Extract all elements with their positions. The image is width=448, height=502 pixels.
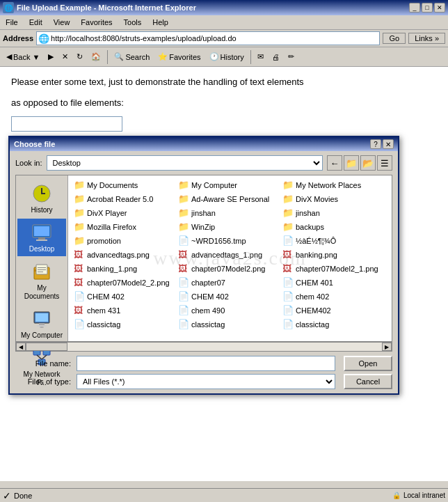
doc-file-icon: 📄 [282,277,294,288]
file-item[interactable]: 📄 chem 490 [175,304,280,317]
sidebar-item-desktop[interactable]: Desktop [17,219,66,256]
file-item-name: classictag [191,320,277,329]
file-item[interactable]: 🖼 chem 431 [71,304,175,317]
file-item[interactable]: 📁 Mozilla Firefox [71,220,175,234]
img-file-icon: 🖼 [74,305,85,316]
status-icon: ✓ [3,490,11,501]
file-item[interactable]: 🖼 advancedtags.png [71,248,175,262]
doc-file-icon: 📄 [178,319,189,330]
sidebar-desktop-label: Desktop [29,245,55,253]
choose-file-dialog: Choose file ? ✕ Look in: Desktop ← 📁 📂 ☰ [8,136,399,395]
svg-rect-2 [41,193,45,194]
folder-icon: 📁 [74,180,85,191]
sidebar-my-computer-label: My Computer [21,331,63,340]
look-in-label: Look in: [15,159,42,167]
sidebar-item-my-computer[interactable]: My Computer [17,305,66,343]
file-item-name: classictag [87,320,173,329]
scrollbar-thumb[interactable] [26,343,67,351]
file-item-name: chapter07Model2_2.png [87,279,173,287]
file-item[interactable]: 📁 My Network Places [280,178,384,192]
look-in-select[interactable]: Desktop [47,155,323,171]
img-file-icon: 🖼 [178,263,189,274]
sidebar-item-history[interactable]: History [17,180,66,217]
filename-input[interactable] [77,356,335,371]
doc-file-icon: 📄 [178,305,189,316]
nav-up-button[interactable]: 📁 [344,155,359,171]
nav-back-button[interactable]: ← [327,155,342,171]
dialog-body: History Desktop [15,175,392,342]
file-item[interactable]: 📄 classictag [175,317,280,331]
open-button[interactable]: Open [344,356,392,371]
file-item-name: promotion [87,237,173,245]
file-item[interactable]: 🖼 chapter07Model2_2.png [71,276,175,290]
file-item-name: chapter07Model2.png [191,265,277,273]
folder-icon: 📁 [74,194,85,205]
dialog-help-button[interactable]: ? [370,139,381,149]
svg-rect-4 [34,226,49,236]
dialog-title-bar: Choose file ? ✕ [10,137,398,151]
file-item[interactable]: 📁 WinZip [175,220,280,234]
sidebar-item-my-documents[interactable]: My Documents [17,258,66,304]
file-item[interactable]: 📁 My Computer [175,178,280,192]
file-item[interactable]: 📄 CHEM 401 [280,276,384,290]
file-item[interactable]: 📁 backups [280,220,384,234]
file-item-name: My Documents [87,181,173,189]
folder-icon: 📁 [178,180,189,191]
file-item-name: DivX Movies [296,195,381,203]
file-item[interactable]: 📄 classictag [71,317,175,331]
file-item[interactable]: 📄 CHEM402 [280,304,384,317]
file-item[interactable]: 📁 Ad-Aware SE Personal [175,192,280,206]
folder-icon: 📁 [282,194,294,205]
file-item[interactable]: 📁 Acrobat Reader 5.0 [71,192,175,206]
file-item[interactable]: 🖼 advancedtags_1.png [175,248,280,262]
folder-icon: 📁 [74,207,85,219]
doc-file-icon: 📄 [74,319,85,330]
svg-rect-15 [39,323,45,325]
filename-row: File name: Open [15,356,392,371]
file-item[interactable]: 📄 CHEM 402 [71,290,175,304]
svg-point-17 [40,327,44,328]
file-item[interactable]: 🖼 banking.png [280,248,384,262]
status-text: Done [14,492,32,500]
file-item-name: advancedtags_1.png [191,251,277,259]
file-item[interactable]: 📁 DivX Movies [280,192,384,206]
my-documents-icon [31,260,53,283]
folder-icon: 📁 [178,221,189,233]
file-item[interactable]: 🖼 banking_1.png [71,262,175,276]
file-item-name: Ad-Aware SE Personal [191,195,277,203]
filetype-select[interactable]: All Files (*.*) [77,374,335,389]
dialog-close-button[interactable]: ✕ [383,139,394,149]
doc-file-icon: 📄 [178,291,189,302]
cancel-button[interactable]: Cancel [344,374,392,389]
file-item[interactable]: 📁 jinshan [175,206,280,220]
file-item-name: banking_1.png [87,265,173,273]
file-item-name: WinZip [191,223,277,231]
scroll-right-button[interactable]: ▶ [382,343,392,351]
file-item[interactable]: 📄 chapter07 [175,276,280,290]
file-item[interactable]: 📁 My Documents [71,178,175,192]
file-item[interactable]: 📄 CHEM 402 [175,290,280,304]
svg-rect-16 [37,325,47,327]
file-item[interactable]: 📁 DivX Player [71,206,175,220]
file-item[interactable]: 📄 ~WRD1656.tmp [175,234,280,248]
file-item-name: chapter07 [191,279,277,287]
folder-icon: 📁 [74,235,85,246]
svg-rect-10 [38,267,46,268]
file-list-scrollbar[interactable]: ◀ ▶ [15,342,392,352]
file-item[interactable]: 🖼 chapter07Model2.png [175,262,280,276]
file-item[interactable]: 📁 jinshan [280,206,384,220]
file-item-name: ½àÉ½¶¦¾Ô [296,237,381,245]
file-item[interactable]: 📄 chem 402 [280,290,384,304]
nav-new-folder-button[interactable]: 📂 [360,155,376,171]
sidebar-history-label: History [31,206,52,214]
file-item[interactable]: 📄 ½àÉ½¶¦¾Ô [280,234,384,248]
doc-file-icon: 📄 [178,277,189,288]
file-item[interactable]: 🖼 chapter07Model2_1.png [280,262,384,276]
file-item[interactable]: 📄 classictag [280,317,384,331]
look-in-bar: Look in: Desktop ← 📁 📂 ☰ [10,151,398,175]
file-item-name: CHEM 402 [191,292,277,301]
file-item-name: Mozilla Firefox [87,223,173,231]
scroll-left-button[interactable]: ◀ [16,343,26,351]
nav-view-button[interactable]: ☰ [377,155,392,171]
file-item[interactable]: 📁 promotion [71,234,175,248]
